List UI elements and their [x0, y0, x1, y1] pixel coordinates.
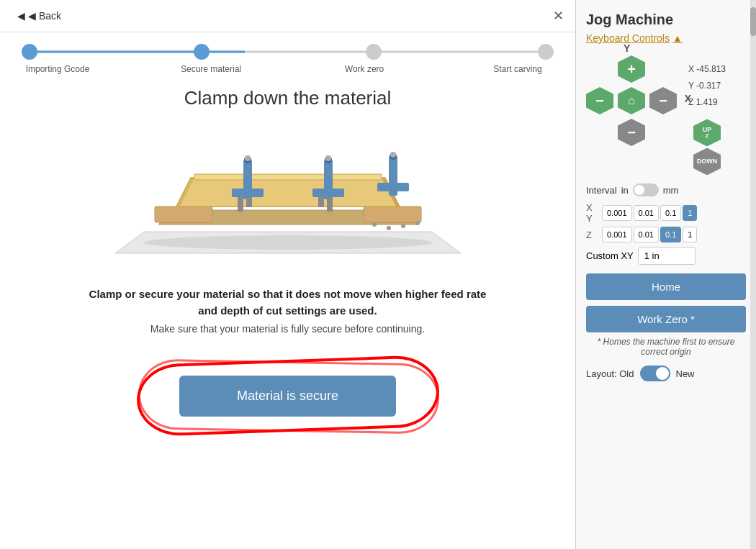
step-dot-3 — [366, 44, 382, 60]
layout-toggle[interactable] — [640, 366, 670, 381]
homes-note: * Homes the machine first to ensure corr… — [576, 335, 756, 361]
step-label-3: Work zero — [321, 64, 408, 74]
close-button[interactable]: ✕ — [553, 8, 564, 24]
z-axis-label: Z — [586, 230, 600, 240]
xy-step-row: X Y 0.001 0.01 0.1 1 — [576, 201, 756, 225]
svg-rect-4 — [364, 207, 421, 222]
svg-point-26 — [387, 226, 391, 230]
button-area: Material is secure — [108, 349, 468, 443]
y-coord: Y -0.317 — [688, 78, 726, 94]
scrollbar-thumb — [750, 7, 756, 36]
step-dot-2 — [194, 44, 210, 60]
y-plus-icon[interactable]: + — [618, 55, 645, 83]
z-jog-pad: UP Z DOWN — [688, 119, 726, 175]
jog-home-btn[interactable]: ⌂ — [618, 87, 645, 114]
keyboard-controls-button[interactable]: Keyboard Controls ▲ — [576, 31, 756, 51]
layout-knob — [656, 367, 669, 380]
xy-jog-pad: + − ⌂ − − X Y — [586, 55, 680, 149]
svg-point-27 — [401, 224, 405, 228]
svg-rect-11 — [238, 197, 243, 212]
page-title: Clamp down the material — [184, 87, 392, 109]
svg-rect-3 — [155, 207, 212, 222]
svg-rect-22 — [377, 183, 409, 191]
progress-line-fill — [22, 51, 245, 53]
down-label: DOWN — [697, 158, 718, 165]
z-step-row: Z 0.001 0.01 0.1 1 — [576, 225, 756, 244]
toggle-knob — [634, 185, 644, 195]
z-coord: Z 1.419 — [688, 94, 726, 111]
xy-axis-label: X Y — [586, 202, 600, 224]
x-axis-label: X — [685, 93, 691, 104]
instructions-normal: Make sure that your material is fully se… — [79, 323, 497, 335]
scrollbar[interactable] — [750, 0, 756, 549]
x-coord: X -45.813 — [688, 61, 726, 78]
svg-point-1 — [144, 235, 432, 250]
interval-row: Interval in mm — [576, 179, 756, 201]
svg-point-20 — [325, 155, 331, 161]
step-dot-1 — [22, 44, 37, 60]
layout-row: Layout: Old New — [576, 361, 756, 386]
step-label-1: Importing Gcode — [14, 64, 101, 74]
unit-toggle[interactable] — [633, 183, 659, 196]
step-label-4: Start carving — [474, 64, 561, 74]
z-up-btn[interactable]: UP Z — [693, 119, 721, 146]
work-zero-button[interactable]: Work Zero * — [586, 306, 746, 332]
svg-marker-6 — [194, 174, 382, 180]
svg-rect-10 — [232, 189, 264, 197]
panel-title: Jog Machine — [576, 6, 756, 31]
svg-rect-16 — [312, 189, 344, 197]
xy-step-01[interactable]: 0.1 — [660, 205, 681, 221]
main-content: Clamp down the material — [0, 80, 575, 549]
home-icon[interactable]: ⌂ — [618, 87, 645, 114]
y-minus-icon[interactable]: − — [618, 119, 645, 146]
jog-x-minus-btn[interactable]: − — [586, 87, 613, 114]
svg-marker-5 — [176, 178, 400, 207]
svg-rect-18 — [327, 197, 333, 212]
step-label-2: Secure material — [168, 64, 254, 74]
back-icon: ◀ — [17, 10, 25, 22]
keyboard-controls-chevron-icon: ▲ — [672, 32, 683, 44]
back-label: ◀ Back — [28, 10, 61, 22]
z-down-btn[interactable]: DOWN — [693, 148, 721, 175]
z-step-001[interactable]: 0.01 — [634, 227, 659, 242]
step-dot-4 — [538, 44, 554, 60]
custom-xy-input[interactable] — [638, 247, 696, 265]
steps-labels: Importing Gcode Secure material Work zer… — [22, 60, 554, 74]
z-step-1[interactable]: 1 — [683, 227, 697, 242]
xy-step-1[interactable]: 1 — [683, 205, 697, 221]
jog-x-plus-btn[interactable]: − — [649, 87, 677, 114]
x-plus-icon[interactable]: − — [649, 87, 677, 114]
material-secure-button[interactable]: Material is secure — [179, 376, 396, 417]
home-button[interactable]: Home — [586, 273, 746, 300]
back-button[interactable]: ◀ ◀ Back — [12, 7, 67, 24]
y-axis-label: Y — [624, 42, 630, 54]
instructions-bold: Clamp or secure your material so that it… — [79, 286, 497, 319]
illustration — [115, 117, 461, 275]
xy-step-0001[interactable]: 0.001 — [602, 205, 632, 221]
layout-old-label: Layout: Old — [586, 368, 634, 379]
interval-label: Interval — [586, 185, 617, 196]
coordinates: X -45.813 Y -0.317 Z 1.419 — [688, 61, 726, 110]
right-panel: Jog Machine Keyboard Controls ▲ + − ⌂ − — [576, 0, 756, 549]
custom-xy-row: Custom XY — [576, 244, 756, 268]
instructions: Clamp or secure your material so that it… — [79, 286, 497, 335]
z-label-up: Z — [706, 133, 709, 139]
svg-point-24 — [390, 152, 396, 158]
svg-point-28 — [415, 221, 420, 225]
xy-step-001[interactable]: 0.01 — [634, 205, 659, 221]
jog-y-minus-btn[interactable]: − — [618, 119, 645, 146]
svg-point-14 — [245, 155, 251, 161]
z-step-0001[interactable]: 0.001 — [602, 227, 632, 242]
x-minus-icon[interactable]: − — [586, 87, 613, 114]
top-bar: ◀ ◀ Back ✕ — [0, 0, 575, 32]
svg-point-25 — [372, 222, 377, 227]
svg-rect-17 — [318, 197, 324, 207]
progress-track — [22, 44, 554, 60]
left-panel: ◀ ◀ Back ✕ Importing Gcode Secure materi… — [0, 0, 576, 549]
layout-new-label: New — [676, 368, 695, 379]
in-label: in — [621, 185, 629, 196]
jog-y-plus-btn[interactable]: + — [618, 55, 645, 83]
z-step-01[interactable]: 0.1 — [660, 227, 681, 242]
mm-label: mm — [663, 185, 679, 196]
progress-bar-container: Importing Gcode Secure material Work zer… — [0, 32, 575, 80]
